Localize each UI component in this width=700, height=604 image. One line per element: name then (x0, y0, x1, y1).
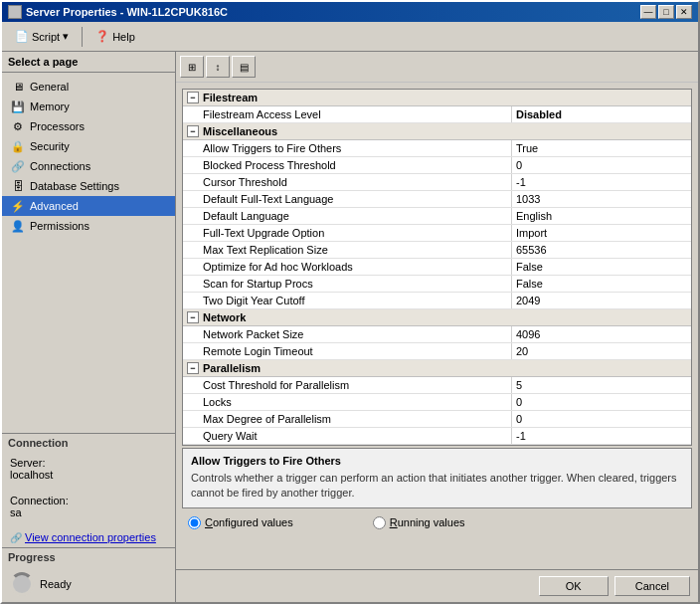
processors-icon: ⚙ (10, 118, 26, 134)
sort-icon: ↕ (216, 62, 221, 73)
remote-login-timeout-value: 20 (512, 343, 691, 359)
row-default-fulltext-lang: Default Full-Text Language 1033 (183, 191, 691, 208)
advanced-label: Advanced (30, 200, 79, 212)
connection-info: Server:localhost Connection:sa 🔗 View co… (2, 452, 175, 547)
network-section-label: Network (203, 311, 246, 323)
running-values-radio[interactable]: Running values (373, 516, 465, 529)
max-degree-parallelism-value: 0 (512, 411, 691, 427)
miscellaneous-section-label: Miscellaneous (203, 125, 277, 137)
optimize-adhoc-label: Optimize for Ad hoc Workloads (183, 259, 512, 275)
sidebar-item-security[interactable]: 🔒 Security (2, 136, 175, 156)
grid-view-button[interactable]: ⊞ (180, 56, 204, 78)
general-icon: 🖥 (10, 79, 26, 95)
server-value: localhost (10, 469, 53, 481)
row-remote-login-timeout: Remote Login Timeout 20 (183, 343, 691, 360)
filestream-access-label: Filestream Access Level (183, 106, 512, 122)
section-network[interactable]: − Network (183, 309, 691, 326)
processors-label: Processors (30, 120, 85, 132)
max-text-replication-value: 65536 (512, 242, 691, 258)
sort-view-button[interactable]: ↕ (206, 56, 230, 78)
main-window: Server Properties - WIN-1L2CPUK816C — □ … (0, 0, 700, 604)
maximize-button[interactable]: □ (658, 5, 674, 19)
server-label: Server:localhost (10, 457, 167, 481)
progress-spinner (10, 572, 34, 596)
row-network-packet-size: Network Packet Size 4096 (183, 326, 691, 343)
default-fulltext-lang-label: Default Full-Text Language (183, 191, 512, 207)
toolbar-separator (82, 27, 83, 47)
allow-triggers-label: Allow Triggers to Fire Others (183, 140, 512, 156)
max-degree-parallelism-label: Max Degree of Parallelism (183, 411, 512, 427)
right-content: − Filestream Filestream Access Level Dis… (176, 83, 698, 569)
script-icon: 📄 (15, 30, 29, 43)
row-query-wait: Query Wait -1 (183, 428, 691, 445)
row-filestream-access-level: Filestream Access Level Disabled (183, 106, 691, 123)
window-icon (8, 5, 22, 19)
alt-view-button[interactable]: ▤ (232, 56, 256, 78)
close-button[interactable]: ✕ (676, 5, 692, 19)
database-settings-icon: 🗄 (10, 178, 26, 194)
progress-section: Progress Ready (2, 547, 175, 602)
database-settings-label: Database Settings (30, 180, 119, 192)
row-optimize-adhoc: Optimize for Ad hoc Workloads False (183, 259, 691, 276)
script-dropdown-icon: ▾ (63, 30, 69, 43)
left-panel: Select a page 🖥 General 💾 Memory ⚙ Proce… (2, 52, 176, 602)
connection-header: Connection (2, 434, 175, 452)
optimize-adhoc-value: False (512, 259, 691, 275)
running-values-label: Running values (390, 516, 465, 528)
panels-area: Select a page 🖥 General 💾 Memory ⚙ Proce… (2, 52, 698, 602)
section-parallelism[interactable]: − Parallelism (183, 360, 691, 377)
connection-label: Connection:sa (10, 495, 167, 518)
configured-values-label: Configured values (205, 516, 293, 528)
description-title: Allow Triggers to Fire Others (191, 455, 683, 467)
sidebar-item-permissions[interactable]: 👤 Permissions (2, 216, 175, 236)
row-max-text-replication: Max Text Replication Size 65536 (183, 242, 691, 259)
right-side: ⊞ ↕ ▤ − Filestream (176, 52, 698, 602)
description-text: Controls whether a trigger can perform a… (191, 471, 683, 502)
sidebar-item-connections[interactable]: 🔗 Connections (2, 156, 175, 176)
view-connection-link[interactable]: View connection properties (25, 531, 156, 543)
section-filestream[interactable]: − Filestream (183, 90, 691, 106)
fulltext-upgrade-value: Import (512, 225, 691, 241)
nav-items: 🖥 General 💾 Memory ⚙ Processors 🔒 Securi… (2, 73, 175, 433)
sidebar-item-general[interactable]: 🖥 General (2, 77, 175, 97)
query-wait-value: -1 (512, 428, 691, 444)
sidebar-item-memory[interactable]: 💾 Memory (2, 97, 175, 116)
row-blocked-process: Blocked Process Threshold 0 (183, 157, 691, 174)
cursor-threshold-value: -1 (512, 174, 691, 190)
row-locks: Locks 0 (183, 394, 691, 411)
toolbar: 📄 Script ▾ ❓ Help (2, 22, 698, 52)
progress-content: Ready (2, 566, 175, 602)
memory-label: Memory (30, 101, 70, 112)
ok-button[interactable]: OK (539, 576, 609, 596)
cancel-button[interactable]: Cancel (614, 576, 690, 596)
locks-value: 0 (512, 394, 691, 410)
collapse-network-icon: − (187, 311, 199, 323)
configured-values-radio[interactable]: Configured values (188, 516, 293, 529)
row-scan-startup: Scan for Startup Procs False (183, 276, 691, 293)
remote-login-timeout-label: Remote Login Timeout (183, 343, 512, 359)
title-bar: Server Properties - WIN-1L2CPUK816C — □ … (2, 2, 698, 22)
sidebar-item-advanced[interactable]: ⚡ Advanced (2, 196, 175, 216)
row-fulltext-upgrade: Full-Text Upgrade Option Import (183, 225, 691, 242)
grid-view-icon: ⊞ (188, 62, 196, 73)
row-default-language: Default Language English (183, 208, 691, 225)
title-bar-left: Server Properties - WIN-1L2CPUK816C (8, 5, 228, 19)
advanced-icon: ⚡ (10, 198, 26, 214)
running-values-input[interactable] (373, 516, 386, 529)
help-button[interactable]: ❓ Help (88, 27, 142, 46)
configured-values-input[interactable] (188, 516, 201, 529)
minimize-button[interactable]: — (640, 5, 656, 19)
sidebar-item-database-settings[interactable]: 🗄 Database Settings (2, 176, 175, 196)
sidebar-item-processors[interactable]: ⚙ Processors (2, 116, 175, 136)
view-connection-container: 🔗 View connection properties (10, 531, 167, 543)
cost-threshold-label: Cost Threshold for Parallelism (183, 377, 512, 393)
allow-triggers-value: True (512, 140, 691, 156)
progress-header: Progress (2, 548, 175, 566)
filestream-access-value: Disabled (512, 106, 691, 122)
help-label: Help (112, 31, 135, 43)
radio-area: Configured values Running values (180, 510, 694, 535)
cursor-threshold-label: Cursor Threshold (183, 174, 512, 190)
progress-status: Ready (40, 578, 72, 590)
section-miscellaneous[interactable]: − Miscellaneous (183, 123, 691, 140)
script-button[interactable]: 📄 Script ▾ (8, 27, 76, 46)
